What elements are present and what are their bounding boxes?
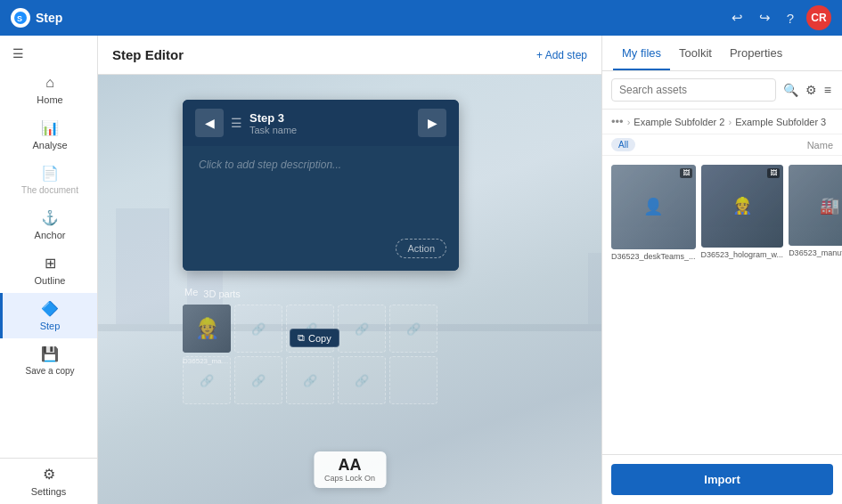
asset-item[interactable]: 👷 🖼 D36523_hologram_w... (701, 165, 784, 261)
step-list-icon: ☰ (231, 116, 242, 130)
image-preview: 👷 (183, 305, 231, 353)
import-button[interactable]: Import (611, 464, 833, 495)
copy-icon: ⧉ (298, 332, 305, 344)
media-subtitle: 3D parts (203, 289, 241, 299)
link-icon: 🔗 (251, 322, 266, 336)
media-cell-empty[interactable]: 🔗 (234, 356, 282, 404)
next-icon: ▶ (428, 116, 437, 130)
caps-aa-label: AA (324, 457, 375, 473)
avatar[interactable]: CR (806, 5, 831, 30)
sidebar-item-home[interactable]: ⌂ Home (0, 68, 97, 112)
filter-icon[interactable]: ⚙ (804, 81, 819, 99)
right-panel: My files Toolkit Properties 🔍 ⚙ ≡ ••• › … (601, 36, 842, 504)
media-cell-label: D36523_manufacturi... (183, 357, 231, 365)
media-cell-empty[interactable]: 🔗 (286, 356, 334, 404)
home-icon: ⌂ (45, 75, 54, 91)
asset-item[interactable]: 🏭 🖼 D36523_manufacturi... (789, 165, 842, 261)
panel-footer: Import (602, 454, 842, 504)
document-icon: 📄 (41, 165, 59, 182)
sidebar-item-save-copy[interactable]: 💾 Save a copy (0, 338, 97, 383)
asset-badge: 🖼 (680, 168, 692, 178)
breadcrumb-folder2[interactable]: Example Subfolder 3 (735, 117, 826, 127)
breadcrumb-sep: › (627, 117, 631, 127)
step-info: ☰ Step 3 Task name (231, 111, 411, 135)
media-cell-empty[interactable]: 🔗 (234, 305, 282, 353)
svg-rect-3 (116, 208, 169, 324)
app-logo: S Step (11, 8, 62, 28)
asset-item[interactable]: 👤 🖼 D36523_deskTeams_... (611, 165, 696, 261)
asset-badge: 🖼 (767, 168, 780, 178)
media-cell-filled[interactable]: 👷 D36523_manufacturi... (183, 305, 231, 353)
media-image: 👷 (183, 305, 231, 353)
link-icon: 🔗 (200, 374, 214, 387)
caps-lock-label: Caps Lock On (324, 474, 375, 483)
sidebar-item-step[interactable]: 🔷 Step (0, 293, 97, 338)
sidebar-item-label: Analyse (32, 140, 67, 150)
link-icon: 🔗 (355, 374, 369, 387)
copy-tooltip[interactable]: ⧉ Copy (290, 329, 339, 347)
step-action-button[interactable]: Action (396, 239, 446, 258)
search-input[interactable] (611, 78, 776, 102)
sidebar-item-label: Step (40, 321, 61, 331)
caption-lock-indicator: AA Caps Lock On (314, 451, 386, 488)
step-next-button[interactable]: ▶ (418, 109, 446, 137)
asset-thumbnail: 👷 🖼 (701, 165, 784, 248)
topbar: S Step ↩ ↪ ? CR (0, 0, 842, 36)
panel-search-bar: 🔍 ⚙ ≡ (602, 71, 842, 110)
step-description[interactable]: Click to add step description... (199, 159, 443, 171)
media-cell-empty[interactable]: 🔗 (338, 356, 386, 404)
step-card-header: ◀ ☰ Step 3 Task name ▶ (183, 100, 459, 146)
media-cell-empty[interactable]: 🔗 (338, 305, 386, 353)
search-icon[interactable]: 🔍 (781, 81, 800, 99)
app-logo-icon: S (11, 8, 30, 28)
breadcrumb-more[interactable]: ••• (611, 115, 624, 128)
analyse-icon: 📊 (41, 119, 59, 136)
main-layout: ☰ ⌂ Home 📊 Analyse 📄 The document ⚓ Anch… (0, 36, 842, 504)
undo-button[interactable]: ↩ (728, 8, 747, 28)
link-icon: 🔗 (303, 374, 317, 387)
sidebar-item-outline[interactable]: ⊞ Outline (0, 248, 97, 293)
svg-rect-5 (588, 253, 601, 324)
asset-thumbnail: 👤 🖼 (611, 165, 696, 249)
add-step-label: + Add step (536, 49, 587, 61)
sidebar-item-the-document[interactable]: 📄 The document (0, 158, 97, 202)
app-name: Step (36, 11, 62, 25)
redo-button[interactable]: ↪ (756, 8, 774, 28)
step-card: ◀ ☰ Step 3 Task name ▶ Click to add ste (183, 100, 459, 271)
content-area: Step Editor + Add step ◀ (98, 36, 601, 504)
add-step-button[interactable]: + Add step (536, 49, 587, 61)
sidebar-item-analyse[interactable]: 📊 Analyse (0, 112, 97, 158)
breadcrumb-folder1[interactable]: Example Subfolder 2 (634, 117, 724, 127)
sidebar-item-label: The document (21, 185, 78, 195)
topbar-actions: ↩ ↪ ? CR (728, 5, 831, 30)
sidebar: ☰ ⌂ Home 📊 Analyse 📄 The document ⚓ Anch… (0, 36, 98, 504)
help-button[interactable]: ? (783, 9, 797, 28)
media-cell-empty[interactable]: 🔗 (389, 305, 437, 353)
settings-label: Settings (31, 486, 67, 497)
sort-icon[interactable]: ≡ (822, 81, 833, 99)
anchor-icon: ⚓ (41, 209, 59, 226)
step-title-block: Step 3 Task name (249, 111, 411, 135)
tab-properties[interactable]: Properties (721, 36, 791, 70)
asset-name: D36523_manufacturi... (789, 248, 842, 257)
sidebar-item-settings[interactable]: ⚙ Settings (0, 458, 97, 504)
settings-icon: ⚙ (43, 466, 55, 483)
asset-name: D36523_hologram_w... (701, 250, 784, 259)
tab-my-files[interactable]: My files (613, 36, 670, 70)
media-title: Me (183, 287, 198, 297)
hamburger-menu[interactable]: ☰ (0, 36, 97, 68)
sort-name-label[interactable]: Name (807, 140, 833, 150)
step-task-name[interactable]: Task name (249, 125, 411, 135)
step-title: Step 3 (249, 111, 411, 125)
canvas-area[interactable]: ◀ ☰ Step 3 Task name ▶ Click to add ste (98, 75, 601, 504)
copy-label: Copy (308, 333, 331, 344)
filter-all-tag[interactable]: All (611, 138, 635, 151)
sidebar-item-label: Home (37, 94, 62, 105)
step-prev-button[interactable]: ◀ (195, 109, 224, 137)
media-cell-empty[interactable] (389, 356, 437, 404)
sidebar-item-anchor[interactable]: ⚓ Anchor (0, 202, 97, 248)
asset-name: D36523_deskTeams_... (611, 252, 696, 261)
breadcrumb-sep-2: › (728, 117, 732, 127)
svg-text:S: S (17, 14, 22, 23)
tab-toolkit[interactable]: Toolkit (670, 36, 721, 70)
